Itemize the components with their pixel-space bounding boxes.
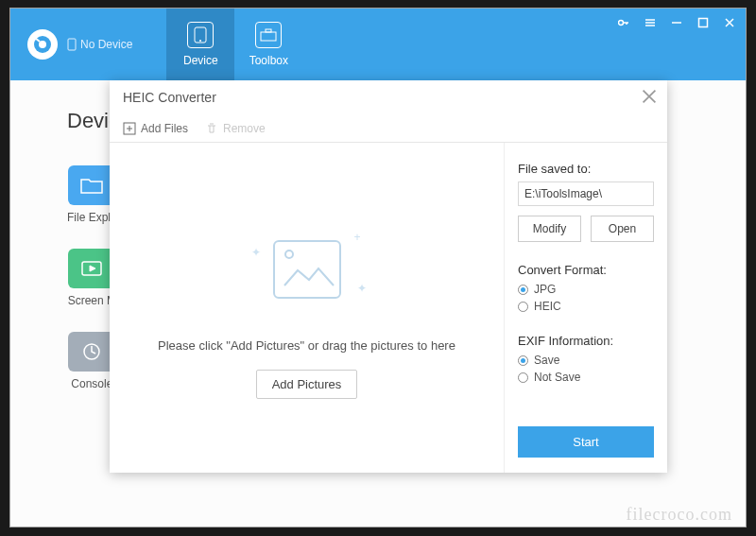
logo-area: No Device — [10, 9, 149, 80]
radio-icon — [518, 285, 528, 295]
device-tab-icon — [187, 22, 214, 48]
window-controls — [615, 14, 738, 31]
app-logo-icon — [27, 29, 58, 60]
modal-close-button[interactable] — [641, 88, 658, 105]
key-icon[interactable] — [615, 14, 632, 31]
drop-hint: Please click "Add Pictures" or drag the … — [158, 338, 455, 353]
tab-toolbox[interactable]: Toolbox — [234, 9, 302, 80]
nav-tabs: Device Toolbox — [166, 9, 302, 80]
remove-button: Remove — [205, 122, 266, 135]
device-status: No Device — [67, 38, 132, 51]
format-jpg-radio[interactable]: JPG — [518, 283, 654, 296]
modal-title: HEIC Converter — [123, 90, 216, 105]
start-button[interactable]: Start — [518, 426, 654, 458]
device-status-label: No Device — [80, 38, 132, 51]
modify-button[interactable]: Modify — [518, 216, 581, 242]
side-panel: File saved to: E:\iToolsImage\ Modify Op… — [505, 143, 667, 473]
svg-rect-2 — [68, 39, 76, 50]
maximize-button[interactable] — [695, 14, 712, 31]
radio-label: Save — [534, 354, 559, 367]
add-pictures-button[interactable]: Add Pictures — [256, 370, 358, 399]
titlebar: No Device Device Toolbox — [10, 9, 746, 80]
radio-label: JPG — [534, 283, 556, 296]
trash-icon — [205, 122, 218, 135]
folder-icon — [68, 165, 115, 205]
saved-to-label: File saved to: — [518, 162, 654, 176]
tab-toolbox-label: Toolbox — [249, 54, 288, 67]
play-icon — [68, 249, 115, 288]
modal-header: HEIC Converter — [110, 80, 667, 114]
add-files-button[interactable]: Add Files — [123, 122, 188, 135]
exif-save-radio[interactable]: Save — [518, 354, 654, 367]
drop-area[interactable]: ✦ + ✦ Please click "Add Pictures" or dra… — [110, 143, 505, 473]
modal-content: ✦ + ✦ Please click "Add Pictures" or dra… — [110, 143, 667, 473]
close-button[interactable] — [721, 14, 738, 31]
heic-converter-modal: HEIC Converter Add Files Remove ✦ + ✦ — [110, 80, 667, 473]
modal-toolbar: Add Files Remove — [110, 114, 667, 143]
svg-rect-8 — [699, 19, 708, 27]
exif-not-save-radio[interactable]: Not Save — [518, 371, 654, 384]
phone-icon — [67, 38, 77, 51]
tool-label: Console — [71, 377, 112, 390]
radio-label: HEIC — [534, 300, 561, 313]
svg-rect-5 — [261, 32, 276, 41]
image-placeholder-icon: ✦ + ✦ — [246, 217, 369, 321]
toolbox-tab-icon — [255, 22, 282, 48]
add-files-label: Add Files — [141, 122, 188, 135]
radio-icon — [518, 372, 528, 383]
tab-device[interactable]: Device — [166, 9, 234, 80]
radio-icon — [518, 355, 528, 366]
saved-path-field[interactable]: E:\iToolsImage\ — [518, 182, 654, 206]
remove-label: Remove — [223, 122, 266, 135]
menu-icon[interactable] — [642, 14, 659, 31]
format-heic-radio[interactable]: HEIC — [518, 300, 654, 313]
svg-point-4 — [199, 40, 201, 42]
console-icon — [68, 332, 115, 372]
svg-point-1 — [39, 41, 46, 48]
radio-label: Not Save — [534, 371, 580, 384]
radio-icon — [518, 302, 528, 312]
plus-box-icon — [123, 122, 136, 135]
app-window: No Device Device Toolbox — [9, 8, 747, 527]
tab-device-label: Device — [183, 54, 218, 67]
svg-rect-6 — [266, 29, 271, 32]
convert-format-label: Convert Format: — [518, 263, 654, 277]
exif-label: EXIF Information: — [518, 334, 654, 348]
open-button[interactable]: Open — [591, 216, 654, 242]
watermark: filecroco.com — [627, 505, 732, 525]
minimize-button[interactable] — [668, 14, 685, 31]
svg-point-7 — [619, 21, 624, 26]
